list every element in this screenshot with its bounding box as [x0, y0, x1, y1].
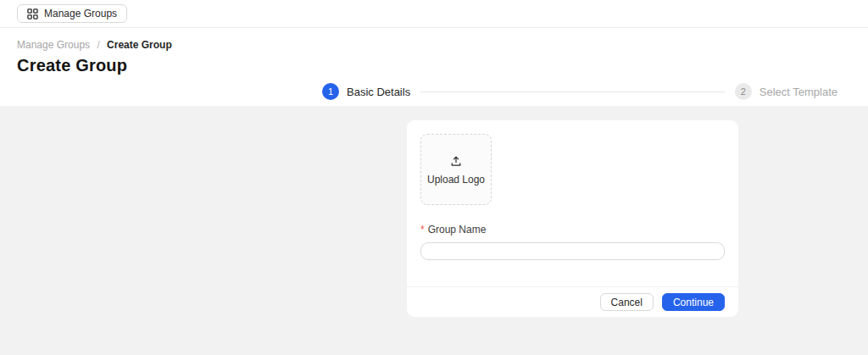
step-select-template[interactable]: 2 Select Template — [735, 83, 837, 100]
manage-groups-label: Manage Groups — [44, 8, 117, 19]
page-head-block: Manage Groups / Create Group Create Grou… — [0, 28, 868, 75]
wizard-stepper: 1 Basic Details 2 Select Template — [322, 83, 837, 100]
card-footer: Cancel Continue — [407, 286, 738, 317]
breadcrumb-parent[interactable]: Manage Groups — [17, 39, 90, 51]
breadcrumb: Manage Groups / Create Group — [17, 39, 851, 51]
step-1-number-badge: 1 — [322, 83, 339, 100]
page-header: Manage Groups Manage Groups / Create Gro… — [0, 0, 868, 106]
group-name-label: Group Name — [428, 224, 487, 236]
group-name-label-row: *Group Name — [420, 224, 725, 236]
grid-icon — [27, 8, 38, 19]
create-group-card: Upload Logo *Group Name Cancel Continue — [407, 120, 738, 317]
cancel-button[interactable]: Cancel — [600, 293, 654, 311]
upload-icon — [449, 154, 463, 168]
required-asterisk: * — [420, 224, 425, 236]
card-spacer — [420, 260, 725, 286]
continue-button[interactable]: Continue — [662, 293, 725, 311]
step-connector-line — [420, 92, 725, 92]
top-toolbar: Manage Groups — [0, 0, 868, 28]
step-1-label: Basic Details — [347, 86, 410, 98]
upload-logo-label: Upload Logo — [427, 174, 485, 186]
step-basic-details[interactable]: 1 Basic Details — [322, 83, 410, 100]
breadcrumb-current: Create Group — [107, 39, 172, 51]
group-name-field: *Group Name — [420, 224, 725, 260]
step-2-number-badge: 2 — [735, 83, 752, 100]
card-body: Upload Logo *Group Name — [407, 120, 738, 286]
group-name-input[interactable] — [420, 242, 725, 260]
upload-logo-dropzone[interactable]: Upload Logo — [420, 134, 492, 205]
breadcrumb-separator: / — [97, 39, 99, 51]
page-title: Create Group — [17, 55, 851, 75]
step-2-label: Select Template — [760, 86, 837, 98]
manage-groups-button[interactable]: Manage Groups — [17, 4, 127, 23]
page-content: Upload Logo *Group Name Cancel Continue — [0, 106, 868, 317]
